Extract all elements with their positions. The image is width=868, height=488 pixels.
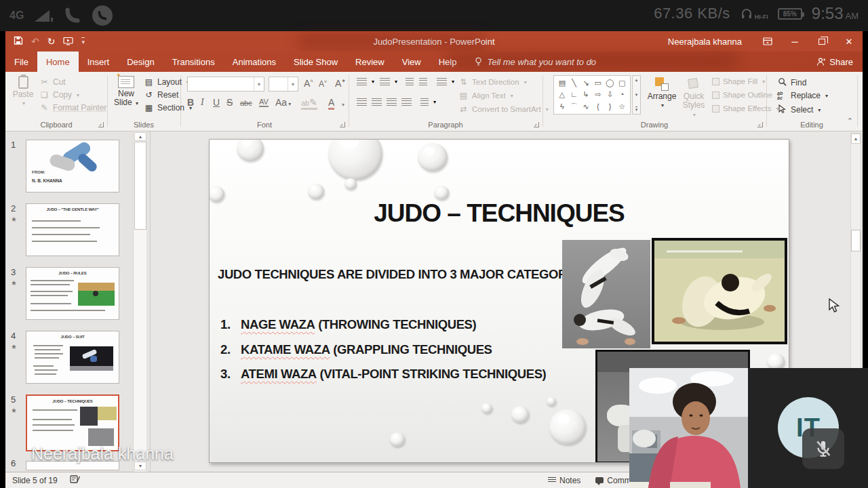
webcam-video-tile[interactable] [629,368,749,488]
replace-button[interactable]: abac Replace▾ [777,91,828,100]
ribbon-display-options-icon[interactable] [754,31,781,52]
slide-thumbnail-4[interactable]: JUDO – SUIT [26,331,119,384]
share-button[interactable]: Share [816,52,853,72]
tab-slideshow[interactable]: Slide Show [285,52,347,72]
quick-styles-button[interactable]: QuickStyles ▾ [679,77,708,119]
restore-button[interactable] [808,31,835,52]
clipboard-dialog-launcher[interactable] [98,122,104,127]
shape-arrow-right-icon[interactable]: ⇨ [595,89,601,100]
shape-rectangle-icon[interactable]: ▭ [595,77,601,89]
participant-tile[interactable]: IT [748,368,868,488]
start-slideshow-icon[interactable] [63,37,73,47]
account-user-name[interactable]: Neerajbala khanna [668,37,742,47]
slide-thumbnail-1[interactable]: FROM: N. B. KHANNA [26,140,119,192]
spellcheck-icon[interactable] [70,474,81,486]
thumbnail-scrollbar[interactable]: ▲ ▼ [133,131,146,472]
columns-button[interactable]: ▾ [420,98,436,106]
text-shadow-button[interactable]: abc [240,99,252,107]
new-slide-button[interactable]: NewSlide ▾ [111,76,141,108]
shape-scribble-icon[interactable]: ϟ [560,101,564,113]
shape-triangle-icon[interactable]: △ [559,89,565,100]
undo-icon[interactable]: ↶ [31,37,39,46]
shape-line-icon[interactable]: ╲ [572,77,576,89]
shape-arc-icon[interactable]: ⌒ [570,101,578,113]
slide-title[interactable]: JUDO – TECHNIQUES [374,199,625,228]
scroll-up-icon[interactable]: ▲ [851,134,861,144]
paste-button[interactable]: Paste ▾ [9,76,37,106]
bullets-button[interactable]: ▾ [357,78,374,85]
shrink-font-button[interactable]: A˅ [319,79,327,89]
tab-design[interactable]: Design [118,52,163,72]
list-item-2[interactable]: 2. KATAME WAZA (GRAPPLING TECHNIQUES [220,342,492,357]
shapes-gallery-scrollbar[interactable]: ▴▾▾ [632,75,641,115]
paragraph-dialog-launcher[interactable] [534,122,539,127]
slide-thumbnail-5-selected[interactable]: JUDO – TECHNIQUES [26,394,119,451]
slide-intro-text[interactable]: JUDO TECHNIQUES ARE DIVIDED INTO 3 MAJOR… [218,267,590,282]
align-right-button[interactable] [387,98,397,106]
font-name-combo[interactable]: ▾ [187,77,264,92]
shape-curve-icon[interactable]: ∿ [583,101,589,113]
numbering-button[interactable]: ▾ [380,78,397,85]
mic-muted-button[interactable] [802,428,844,469]
font-color-button[interactable]: A [328,97,334,110]
clear-formatting-button[interactable]: A✦ [335,78,346,89]
shape-textbox-icon[interactable]: ▤ [559,77,566,89]
slide-thumbnail-2[interactable]: JUDO – "THE GENTLE WAY" [26,203,119,256]
change-case-button[interactable]: Aa▾ [275,97,291,108]
select-button[interactable]: Select▾ [777,104,821,115]
align-center-button[interactable] [372,98,382,106]
shape-brace-left-icon[interactable]: { [597,101,599,113]
minimize-button[interactable]: ─ [781,31,808,52]
font-dialog-launcher[interactable] [340,122,345,127]
shape-elbow-icon[interactable]: ∟ [570,89,578,100]
bold-button[interactable]: B [187,97,194,108]
shape-arrow-down-icon[interactable]: ⇩ [607,89,613,100]
shape-fill-button[interactable]: Shape Fill▾ [712,77,765,85]
shapes-gallery[interactable]: ▤╲↘▭◯▢ △∟↳⇨⇩◔ ϟ⌒∿{}☆ [553,75,631,115]
italic-button[interactable]: I [201,97,204,108]
format-painter-button[interactable]: ✎Format Painter [39,103,106,113]
find-button[interactable]: Find [777,77,806,88]
scrollbar-thumb[interactable] [134,142,146,230]
drawing-dialog-launcher[interactable] [757,122,763,127]
redo-icon[interactable]: ↻ [47,37,56,46]
shape-oval-icon[interactable]: ◯ [606,77,614,89]
font-size-combo[interactable]: ▾ [269,77,298,92]
scroll-up-icon[interactable]: ▲ [134,132,146,141]
customize-qat-icon[interactable]: ▾ [81,37,85,45]
shape-partial-circle-icon[interactable]: ◔ [620,89,625,100]
text-direction-button[interactable]: ⇅Text Direction▾ [458,77,527,87]
tab-insert[interactable]: Insert [79,52,119,72]
tab-transitions[interactable]: Transitions [163,52,224,72]
tab-view[interactable]: View [393,52,430,72]
reset-button[interactable]: ↺Reset [144,90,178,100]
shape-star-icon[interactable]: ☆ [618,101,625,113]
tab-home[interactable]: Home [37,52,79,72]
copy-button[interactable]: ❏Copy▾ [39,90,79,100]
strikethrough-button[interactable]: S [226,97,233,108]
arrange-button[interactable]: Arrange ▾ [646,77,678,108]
slide-indicator[interactable]: Slide 5 of 19 [12,476,58,485]
justify-button[interactable] [401,98,412,106]
tab-file[interactable]: File [5,52,37,72]
scrollbar-thumb[interactable] [851,230,861,251]
align-text-button[interactable]: ▤Align Text▾ [458,91,513,100]
convert-smartart-button[interactable]: ⇄Convert to SmartArt▾ [458,104,549,114]
shape-elbow-arrow-icon[interactable]: ↳ [583,89,589,100]
tab-animations[interactable]: Animations [224,52,285,72]
font-color-dropdown-icon[interactable]: ▾ [342,102,344,108]
tab-help[interactable]: Help [430,52,466,72]
list-item-3[interactable]: 3. ATEMI WAZA (VITAL-POINT STRIKING TECH… [220,367,546,382]
list-item-1[interactable]: 1. NAGE WAZA (THROWING TECHNIQUES) [220,317,476,332]
highlight-color-button[interactable]: ab✎ [301,97,317,110]
collapse-ribbon-icon[interactable]: ⌃ [847,117,853,125]
underline-button[interactable]: U [213,97,220,108]
shape-brace-right-icon[interactable]: } [609,101,612,113]
character-spacing-button[interactable]: AV [259,98,269,107]
slide-thumbnail-3[interactable]: JUDO – RULES [26,267,119,320]
tell-me-box[interactable]: Tell me what you want to do [465,52,606,72]
increase-indent-button[interactable] [419,78,427,85]
notes-button[interactable]: Notes [548,476,580,485]
line-spacing-button[interactable]: ▾ [437,78,454,85]
grow-font-button[interactable]: A˄ [304,78,313,89]
